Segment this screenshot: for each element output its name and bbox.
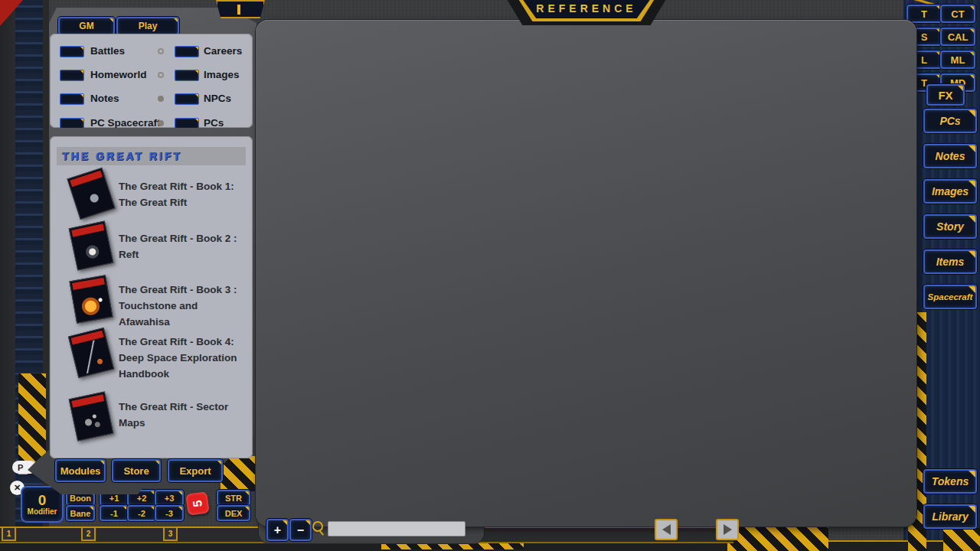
- modifier-value: 0: [38, 493, 47, 507]
- hud-button-dex[interactable]: DEX: [217, 505, 250, 521]
- module-library-panel: THE GREAT RIFT The Great Rift - Book 1:T…: [50, 136, 253, 458]
- module-label-careers: Careers: [204, 45, 242, 57]
- module-label-pc-spacecraft: PC Spacecraft: [90, 117, 161, 128]
- sidebar-button-images[interactable]: Images: [923, 179, 977, 204]
- book-title-line: The Great Rift - Book 4:: [119, 334, 237, 350]
- hud-button--1[interactable]: -1: [100, 505, 129, 521]
- modifier-box[interactable]: 0 Modifier: [21, 486, 64, 523]
- app-screen: 123 P ✕ 0 Modifier Boon+1+2+3Bane-1-2-3S…: [0, 0, 980, 551]
- book-title-line: The Great Rift - Book 3 :: [119, 282, 237, 298]
- sidebar-bottom-buttons: TokensLibrary: [923, 469, 977, 540]
- book-title-line: Reft: [119, 246, 237, 262]
- book-title-line: The Great Rift: [119, 194, 234, 210]
- sidebar-button-fx[interactable]: FX: [926, 84, 965, 106]
- sidebar-button-pcs[interactable]: PCs: [923, 109, 977, 133]
- module-toggle-npcs[interactable]: [175, 93, 199, 105]
- book-cover-thumbnail: [70, 275, 113, 323]
- module-toggle-pc-spacecraft[interactable]: [60, 118, 84, 128]
- hud-button-str[interactable]: STR: [217, 490, 250, 506]
- book-title-line: Deep Space Exploration: [119, 350, 237, 366]
- module-label-images: Images: [204, 69, 240, 80]
- book-title: The Great Rift - SectorMaps: [119, 399, 228, 431]
- module-toggle-battles[interactable]: [60, 46, 84, 57]
- sidebar-button-cal[interactable]: CAL: [940, 28, 975, 46]
- sidebar-button-story[interactable]: Story: [923, 214, 977, 239]
- book-title-line: Maps: [119, 415, 228, 431]
- search-icon: [312, 521, 323, 532]
- module-toggle-images[interactable]: [175, 70, 199, 81]
- book-title: The Great Rift - Book 1:The Great Rift: [119, 178, 234, 210]
- tab-play[interactable]: Play: [116, 17, 179, 35]
- library-title-plate-partial: [216, 0, 265, 18]
- module-label-npcs: NPCs: [204, 93, 231, 104]
- sidebar-button-ml[interactable]: ML: [940, 51, 975, 69]
- hotbar-tab-2[interactable]: 2: [81, 527, 96, 541]
- module-status-dot: [158, 48, 164, 54]
- book-cover-art: [73, 231, 110, 268]
- hotbar-tab-3[interactable]: 3: [163, 527, 178, 541]
- book-cover-thumbnail: [68, 328, 114, 378]
- module-label-homeworld: Homeworld: [90, 69, 147, 80]
- toc-search-input[interactable]: [328, 521, 466, 536]
- module-label-battles: Battles: [90, 45, 125, 57]
- module-label-notes: Notes: [90, 93, 119, 104]
- arrow-left-icon: [662, 524, 671, 535]
- tab-gm[interactable]: GM: [58, 17, 115, 35]
- book-title-line: Handbook: [119, 366, 237, 382]
- module-group-title: THE GREAT RIFT: [57, 147, 246, 165]
- book-cover-thumbnail: [69, 221, 114, 271]
- module-toggle-pcs[interactable]: [175, 118, 199, 128]
- book-title-line: The Great Rift - Sector: [119, 399, 228, 415]
- sidebar-button-library[interactable]: Library: [923, 504, 977, 529]
- sidebar-small-button-partial-t[interactable]: T: [906, 5, 942, 23]
- reference-window-frame[interactable]: [256, 20, 916, 527]
- footer-button-modules[interactable]: Modules: [55, 459, 106, 482]
- module-label-pcs: PCs: [204, 117, 224, 128]
- module-categories-panel: BattlesCareersHomeworldImagesNotesNPCsPC…: [50, 34, 253, 128]
- sidebar-button-notes[interactable]: Notes: [923, 144, 977, 168]
- module-status-dot: [158, 120, 164, 126]
- book-title: The Great Rift - Book 4:Deep Space Explo…: [119, 334, 237, 382]
- corner-red-decoration: [0, 0, 23, 26]
- hud-button-bane[interactable]: Bane: [66, 505, 95, 521]
- footer-button-store[interactable]: Store: [112, 459, 161, 482]
- hazard-patch-right: [727, 527, 828, 551]
- hud-button--2[interactable]: -2: [127, 505, 156, 521]
- footer-button-export[interactable]: Export: [168, 459, 223, 482]
- page-next-button[interactable]: [716, 519, 739, 540]
- sidebar-button-tokens[interactable]: Tokens: [923, 469, 977, 494]
- module-status-dot: [158, 96, 164, 102]
- module-toggle-careers[interactable]: [175, 46, 199, 57]
- zoom-in-button[interactable]: +: [266, 519, 289, 541]
- arrow-right-icon: [724, 524, 732, 535]
- page-previous-button[interactable]: [655, 519, 678, 540]
- sidebar-button-spacecraft[interactable]: Spacecraft: [923, 285, 977, 309]
- book-cover-art: [73, 337, 111, 375]
- hud-button--3[interactable]: +3: [155, 490, 184, 506]
- book-title-line: Afawahisa: [119, 314, 237, 330]
- sidebar-right-column: CTCALMLMD: [940, 5, 975, 96]
- sidebar-button-items[interactable]: Items: [923, 249, 977, 274]
- hotbar-tab-1[interactable]: 1: [2, 527, 16, 541]
- reference-window-title: REFERENCE: [514, 0, 658, 18]
- book-cover-art: [73, 402, 110, 439]
- book-title-line: Touchstone and: [119, 298, 237, 314]
- book-title: The Great Rift - Book 2 :Reft: [119, 230, 237, 262]
- sidebar-button-ct[interactable]: CT: [940, 5, 975, 23]
- book-title: The Great Rift - Book 3 :Touchstone andA…: [119, 282, 237, 330]
- book-cover-thumbnail: [69, 392, 114, 442]
- modifier-label: Modifier: [28, 507, 57, 516]
- module-status-dot: [158, 72, 164, 78]
- module-toggle-homeworld[interactable]: [60, 70, 84, 81]
- book-cover-art: [74, 285, 110, 321]
- zoom-out-button[interactable]: −: [289, 519, 312, 541]
- book-cover-thumbnail: [67, 168, 116, 220]
- book-title-line: The Great Rift - Book 1:: [119, 178, 234, 194]
- die-value: 5: [190, 499, 204, 507]
- die-d6[interactable]: 5: [185, 491, 210, 516]
- sidebar-main-buttons: PCsNotesImagesStoryItemsSpacecraft: [923, 109, 977, 320]
- book-title-line: The Great Rift - Book 2 :: [119, 230, 237, 246]
- hud-button--3[interactable]: -3: [155, 505, 184, 521]
- module-toggle-notes[interactable]: [60, 93, 84, 105]
